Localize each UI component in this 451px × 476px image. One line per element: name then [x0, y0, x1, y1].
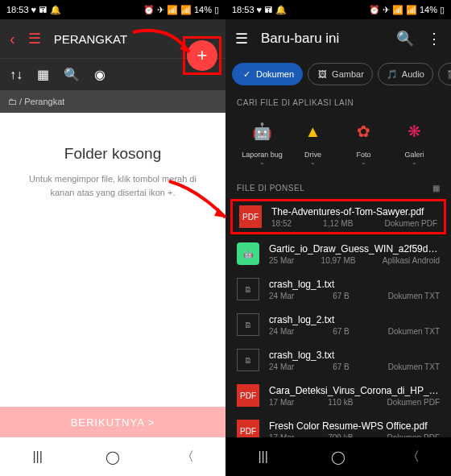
empty-state: Folder kosong Untuk mengimpor file, klik… — [0, 113, 226, 419]
search-icon[interactable]: 🔍 — [396, 30, 414, 48]
chip-icon: ✓ — [241, 68, 252, 80]
filter-chip-audio[interactable]: 🎵Audio — [378, 63, 433, 85]
file-type: Aplikasi Android — [383, 256, 440, 265]
file-type-icon: PDF — [237, 384, 259, 407]
app-icon: ❋ — [400, 117, 429, 146]
file-type: Dokumen TXT — [388, 362, 440, 371]
more-icon[interactable]: ⋮ — [427, 30, 441, 48]
file-date: 25 Mar — [269, 256, 294, 265]
file-name: crash_log_3.txt — [269, 350, 440, 361]
next-button[interactable]: BERIKUTNYA > — [0, 407, 226, 437]
nav-bar: ||| ◯ 〈 — [0, 437, 226, 476]
app-foto[interactable]: ✿Foto⌄ — [338, 117, 389, 166]
screen-left: 18:53♥ 🖬 🔔 ⏰ ✈ 📶 📶14%▯ ‹ ☰ PERANGKAT + ↑… — [0, 0, 226, 476]
status-icons-right: ⏰ ✈ 📶 📶 — [143, 5, 192, 15]
view-grid-icon[interactable]: ▦ — [432, 184, 441, 192]
file-name: Gartic_io_Draw_Guess_WIN_a2f59dbf... — [269, 243, 440, 255]
file-size: 10,97 MB — [318, 256, 358, 265]
file-list: PDFThe-Adventures-of-Tom-Sawyer.pdf18:52… — [226, 199, 451, 449]
file-row[interactable]: 🗎crash_log_3.txt24 Mar67 BDokumen TXT — [226, 342, 451, 378]
chip-icon: 🖼 — [317, 68, 328, 80]
app-label: Galeri — [389, 151, 440, 159]
file-size: 67 B — [318, 362, 364, 371]
file-row[interactable]: PDFThe-Adventures-of-Tom-Sawyer.pdf18:52… — [230, 199, 446, 234]
status-bar: 18:53♥ 🖬 🔔 ⏰ ✈ 📶 📶14%▯ — [0, 0, 226, 19]
select-all-icon[interactable]: ◉ — [94, 67, 106, 82]
back-icon[interactable]: ‹ — [10, 30, 15, 48]
file-type: Dokumen TXT — [388, 292, 440, 300]
file-name: The-Adventures-of-Tom-Sawyer.pdf — [271, 206, 437, 217]
battery-icon: ▯ — [440, 5, 445, 15]
nav-back[interactable]: 〈 — [180, 449, 196, 465]
chip-icon: 🎵 — [387, 68, 398, 80]
file-name: crash_log_2.txt — [269, 314, 440, 325]
file-type-icon: 🗎 — [237, 349, 259, 371]
file-date: 17 Mar — [269, 398, 294, 407]
file-date: 24 Mar — [269, 362, 294, 371]
section-apps-header: CARI FILE DI APLIKASI LAIN — [226, 90, 451, 112]
section-files-header: FILE DI PONSEL ▦ — [226, 176, 451, 197]
nav-home[interactable]: ◯ — [330, 449, 346, 465]
menu-icon[interactable]: ☰ — [235, 30, 248, 48]
grid-icon[interactable]: ▦ — [37, 67, 49, 82]
file-picker-header: ☰ Baru-baru ini 🔍 ⋮ — [226, 19, 451, 58]
nav-home[interactable]: ◯ — [105, 449, 121, 465]
app-icon: ✿ — [350, 117, 379, 146]
nav-recents[interactable]: ||| — [255, 449, 271, 465]
app-laporan-bug[interactable]: 🤖Laporan bug⌄ — [237, 117, 288, 166]
filter-chips: ✓Dokumen🖼Gambar🎵Audio🎬Video — [226, 58, 451, 90]
file-row[interactable]: PDFCara_Deteksi_Virus_Corona_di_HP_&...1… — [226, 378, 451, 413]
file-row[interactable]: 🗎crash_log_1.txt24 Mar67 BDokumen TXT — [226, 271, 451, 307]
file-type: Dokumen PDF — [387, 398, 440, 407]
filter-chip-dokumen[interactable]: ✓Dokumen — [232, 63, 303, 85]
app-label: Drive — [288, 151, 338, 159]
file-name: Cara_Deteksi_Virus_Corona_di_HP_&... — [269, 385, 440, 396]
apps-row: 🤖Laporan bug⌄▲Drive⌄✿Foto⌄❋Galeri⌄ — [226, 112, 451, 176]
app-label: Foto — [338, 151, 389, 159]
file-row[interactable]: 🤖Gartic_io_Draw_Guess_WIN_a2f59dbf...25 … — [226, 236, 451, 271]
status-time: 18:53 — [6, 5, 29, 14]
status-battery: 14% — [194, 5, 212, 14]
chip-icon: 🎬 — [447, 68, 451, 80]
app-icon: ▲ — [299, 117, 328, 146]
file-date: 24 Mar — [269, 327, 294, 336]
status-icons-left: ♥ 🖬 🔔 — [31, 5, 62, 15]
app-label: Laporan bug — [237, 151, 288, 159]
file-type-icon: 🤖 — [237, 242, 259, 265]
sort-icon[interactable]: ↑↓ — [10, 68, 23, 82]
file-name: crash_log_1.txt — [269, 279, 440, 290]
status-battery: 14% — [420, 5, 437, 14]
folder-icon: 🗀 — [8, 97, 17, 106]
file-row[interactable]: 🗎crash_log_2.txt24 Mar67 BDokumen TXT — [226, 307, 451, 342]
battery-icon: ▯ — [214, 5, 219, 15]
add-fab-button[interactable]: + — [187, 40, 217, 71]
file-size: 1,12 MB — [316, 219, 360, 228]
search-icon[interactable]: 🔍 — [64, 67, 80, 82]
screen-right: 18:53♥ 🖬 🔔 ⏰ ✈ 📶 📶14%▯ ☰ Baru-baru ini 🔍… — [226, 0, 451, 476]
filter-chip-gambar[interactable]: 🖼Gambar — [308, 63, 373, 85]
file-type: Dokumen TXT — [388, 327, 440, 336]
empty-title: Folder kosong — [0, 145, 226, 163]
status-icons-left: ♥ 🖬 🔔 — [257, 5, 288, 15]
status-time: 18:53 — [232, 5, 254, 14]
app-drive[interactable]: ▲Drive⌄ — [288, 117, 338, 166]
file-type-icon: 🗎 — [237, 313, 259, 336]
file-date: 24 Mar — [269, 292, 294, 300]
nav-back[interactable]: 〈 — [405, 449, 421, 465]
app-galeri[interactable]: ❋Galeri⌄ — [389, 117, 440, 166]
file-size: 67 B — [318, 327, 364, 336]
file-size: 110 kB — [318, 398, 362, 407]
filter-chip-video[interactable]: 🎬Video — [438, 63, 451, 85]
nav-recents[interactable]: ||| — [30, 449, 46, 465]
breadcrumb[interactable]: 🗀 / Perangkat — [0, 90, 226, 113]
empty-description: Untuk mengimpor file, klik tombol merah … — [0, 172, 226, 199]
menu-icon[interactable]: ☰ — [28, 30, 41, 48]
file-size: 67 B — [318, 292, 364, 300]
file-name: Fresh Color Resume-WPS Office.pdf — [269, 420, 440, 432]
file-type-icon: 🗎 — [237, 278, 259, 300]
nav-bar: ||| ◯ 〈 — [226, 437, 451, 476]
file-type-icon: PDF — [239, 205, 262, 228]
app-icon: 🤖 — [248, 117, 277, 146]
status-bar: 18:53♥ 🖬 🔔 ⏰ ✈ 📶 📶14%▯ — [226, 0, 451, 19]
header-title: Baru-baru ini — [261, 31, 383, 47]
